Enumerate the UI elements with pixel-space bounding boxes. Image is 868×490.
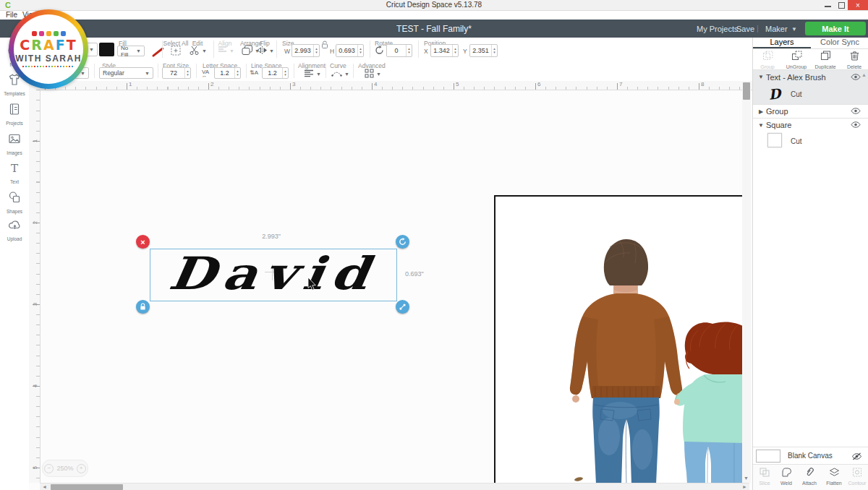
collapse-caret-icon[interactable]: ▼ [756,122,766,129]
pen-color-icon[interactable] [146,45,158,56]
scroll-down-arrow[interactable]: ▼ [744,475,749,482]
curve-icon[interactable] [331,69,342,77]
alignment-chevron-icon[interactable]: ▼ [316,72,321,77]
advanced-icon[interactable] [365,69,374,78]
zoom-out-button[interactable]: − [44,464,54,473]
layer-row-group[interactable]: ▶ Group [753,105,868,118]
selection-width-label: 2.993" [246,233,297,240]
rotate-input[interactable] [387,45,406,56]
x-position-input[interactable] [431,45,452,56]
eye-icon[interactable] [851,121,861,129]
delete-button[interactable]: Delete [840,51,868,69]
flip-chevron-icon[interactable]: ▼ [269,48,274,53]
restore-button[interactable] [838,2,845,9]
letter-space-input[interactable] [215,68,234,78]
line-space-stepper[interactable]: ▴▾ [282,68,288,78]
font-size-stepper[interactable]: ▴▾ [184,68,190,78]
line-space-icon: ⇅A [250,69,258,76]
style-select[interactable]: Regular▼ [99,67,153,79]
selection-bounding-box[interactable] [150,249,397,301]
y-input-group: ▴▾ [469,44,498,57]
my-projects-link[interactable]: My Projects [697,25,738,33]
sidebar-item-projects[interactable]: Projects [0,102,29,126]
rotate-stepper[interactable]: ▴▾ [406,45,412,56]
y-stepper[interactable]: ▴▾ [491,45,497,56]
ruler-number: 4 [374,81,377,87]
layer-sublayer-cut-text[interactable]: D Cut [753,84,868,104]
layers-panel: Layers Color Sync Group UnGroup Duplicat… [752,38,868,490]
letter-space-input-group: ▴▾ [214,67,241,79]
height-stepper[interactable]: ▴▾ [357,45,363,56]
save-link[interactable]: Save [736,25,754,33]
curve-chevron-icon[interactable]: ▼ [344,72,349,77]
menu-bar: File View [0,11,868,20]
lock-handle[interactable] [136,300,150,314]
line-space-input[interactable] [263,68,282,78]
machine-selector[interactable]: Maker [765,25,788,33]
arrange-icon[interactable] [242,45,253,56]
canvas-page-square[interactable] [494,195,746,484]
ruler-number: 7 [619,81,622,87]
layer-row-square[interactable]: ▼ Square [753,119,868,132]
letter-space-stepper[interactable]: ▴▾ [234,68,240,78]
y-position-input[interactable] [470,45,491,56]
linetype-color-swatch[interactable] [99,43,114,56]
canvas-hidden-eye-icon[interactable] [851,450,862,463]
edit-scissors-icon[interactable] [189,45,200,56]
x-stepper[interactable]: ▴▾ [452,45,458,56]
flatten-button[interactable]: Flatten [822,467,846,486]
sidebar-item-text[interactable]: T Text [0,160,29,184]
family-illustration[interactable] [495,197,746,484]
ruler-number: 2 [30,218,39,228]
eye-icon[interactable] [851,107,861,116]
canvas-color-swatch[interactable] [756,450,780,463]
delete-handle[interactable]: × [136,235,150,249]
height-input[interactable] [336,45,357,56]
sidebar-item-upload[interactable]: Upload [0,218,29,241]
width-stepper[interactable]: ▴▾ [313,45,319,56]
close-button[interactable]: × [848,0,868,10]
weld-button[interactable]: Weld [775,467,798,486]
width-input[interactable] [292,45,313,56]
menu-file[interactable]: File [6,11,17,20]
cricut-design-space-window: C Cricut Design Space v5.13.78 × File Vi… [0,0,868,490]
select-all-icon[interactable] [171,46,181,56]
logo-subtitle: WITH SARAH [15,53,82,64]
ungroup-button[interactable]: UnGroup [782,51,811,69]
man-figure [570,239,684,484]
chevron-down-icon[interactable]: ▼ [791,26,797,33]
ruler-number: 8 [701,81,704,87]
fill-select[interactable]: No Fill▼ [117,46,145,56]
sidebar-item-images[interactable]: Images [0,132,29,155]
sidebar-item-shapes[interactable]: Shapes [0,190,29,214]
rotate-handle[interactable] [396,235,409,249]
vertical-scrollbar[interactable]: ▼ [742,81,751,483]
zoom-in-button[interactable]: + [77,464,86,473]
vertical-scroll-thumb[interactable] [743,82,750,100]
scroll-right-arrow[interactable]: ► [742,483,747,490]
collapse-caret-icon[interactable]: ▼ [756,74,766,80]
zoom-control: − 250% + [42,460,88,477]
scroll-left-arrow[interactable]: ◄ [42,483,47,490]
size-lock-icon[interactable] [321,40,328,49]
make-it-button[interactable]: Make It [805,22,866,35]
eye-icon[interactable] [851,73,861,82]
ungroup-icon [791,51,802,64]
panel-scroll-up-arrow[interactable]: ▲ [861,72,867,77]
expand-caret-icon[interactable]: ▶ [756,108,766,115]
tab-color-sync[interactable]: Color Sync [811,38,868,48]
layer-row-text-alex-brush[interactable]: ▼ Text - Alex Brush [753,70,868,84]
paperclip-icon [805,467,814,480]
advanced-chevron-icon[interactable]: ▼ [376,72,381,77]
alignment-icon[interactable] [304,69,314,77]
minimize-button[interactable] [825,6,831,7]
edit-chevron-icon[interactable]: ▼ [202,48,207,53]
font-size-input[interactable] [163,68,184,78]
resize-handle[interactable] [396,300,409,314]
attach-button[interactable]: Attach [798,467,821,486]
horizontal-scroll-thumb[interactable] [51,484,123,490]
layer-sublayer-cut-square[interactable]: Cut [753,132,868,150]
flip-icon[interactable] [257,46,268,55]
horizontal-scrollbar[interactable]: ◄ ► [40,483,749,490]
duplicate-button[interactable]: Duplicate [811,51,840,69]
